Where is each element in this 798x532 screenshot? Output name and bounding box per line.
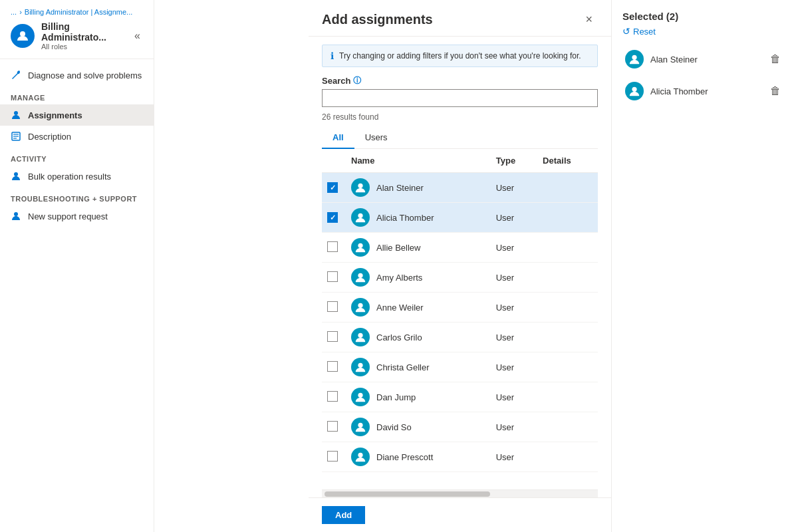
add-assignments-dialog: Add assignments × ℹ Try changing or addi…	[309, 0, 798, 532]
info-banner: ℹ Try changing or adding filters if you …	[322, 45, 598, 67]
row-checkbox[interactable]	[327, 241, 338, 252]
table-row[interactable]: Allie Bellew User	[322, 233, 598, 263]
table-row[interactable]: Alicia Thomber User	[322, 203, 598, 233]
breadcrumb[interactable]: ... › Billing Administrator | Assignme..…	[11, 8, 143, 16]
user-name: Dan Jump	[376, 392, 416, 402]
row-name-cell: Alan Steiner	[346, 173, 491, 203]
delete-selected-button[interactable]: 🗑	[766, 52, 785, 66]
table-wrapper[interactable]: Name Type Details Alan Steiner User	[322, 149, 598, 489]
search-input[interactable]	[322, 89, 598, 107]
row-checkbox-cell[interactable]	[322, 263, 346, 293]
row-type-cell: User	[491, 323, 537, 352]
breadcrumb-link[interactable]: Billing Administrator | Assignme...	[25, 8, 132, 16]
user-name: Diane Prescott	[376, 452, 433, 462]
row-checkbox[interactable]	[327, 361, 338, 372]
row-type-cell: User	[491, 352, 537, 382]
user-avatar	[351, 388, 370, 406]
delete-selected-button[interactable]: 🗑	[766, 84, 785, 98]
row-checkbox-cell[interactable]	[322, 323, 346, 352]
row-type-cell: User	[491, 263, 537, 293]
scrollbar-thumb[interactable]	[325, 491, 490, 497]
sidebar-nav: Diagnose and solve problems Manage Assig…	[0, 59, 154, 532]
col-name: Name	[346, 149, 491, 173]
activity-section-label: Activity	[0, 147, 154, 166]
row-checkbox-cell[interactable]	[322, 412, 346, 442]
row-details-cell	[537, 203, 598, 233]
sidebar-item-description[interactable]: Description	[0, 126, 154, 147]
dialog-left-panel: Add assignments × ℹ Try changing or addi…	[309, 0, 612, 532]
reset-button[interactable]: ↺ Reset	[622, 25, 787, 38]
add-button[interactable]: Add	[322, 506, 365, 524]
sidebar-header: ... › Billing Administrator | Assignme..…	[0, 0, 154, 59]
description-icon	[11, 131, 21, 142]
svg-point-15	[358, 393, 362, 398]
collapse-button[interactable]: «	[132, 29, 143, 43]
row-type-cell: User	[491, 412, 537, 442]
row-name-cell: Anne Weiler	[346, 293, 491, 323]
user-name: Allie Bellew	[376, 243, 420, 253]
row-type-cell: User	[491, 442, 537, 472]
row-checkbox-cell[interactable]	[322, 442, 346, 472]
row-name-cell: Carlos Grilo	[346, 323, 491, 352]
user-avatar	[351, 268, 370, 287]
selected-header: Selected (2)	[622, 11, 787, 22]
table-row[interactable]: Alan Steiner User	[322, 173, 598, 203]
close-button[interactable]: ×	[580, 11, 598, 28]
search-section: Search ⓘ 🔍	[322, 75, 598, 107]
sidebar-subtitle: All roles	[41, 43, 125, 51]
row-checkbox[interactable]	[327, 271, 338, 282]
user-name: Anne Weiler	[376, 303, 424, 313]
svg-point-8	[358, 184, 362, 188]
row-checkbox-cell[interactable]	[322, 293, 346, 323]
row-details-cell	[537, 263, 598, 293]
tab-users[interactable]: Users	[354, 127, 398, 149]
svg-point-12	[358, 303, 362, 308]
sidebar: ... › Billing Administrator | Assignme..…	[0, 0, 154, 532]
sidebar-item-assignments[interactable]: Assignments	[0, 104, 154, 126]
sidebar-item-support[interactable]: New support request	[0, 205, 154, 227]
row-checkbox[interactable]	[327, 182, 338, 193]
breadcrumb-ellipsis[interactable]: ...	[11, 8, 17, 16]
user-avatar	[351, 418, 370, 436]
search-wrapper: 🔍	[322, 89, 598, 107]
row-details-cell	[537, 442, 598, 472]
selected-item-name: Alan Steiner	[650, 55, 759, 65]
row-name-cell: Christa Geller	[346, 352, 491, 382]
table-row[interactable]: Dan Jump User	[322, 382, 598, 412]
row-checkbox[interactable]	[327, 451, 338, 462]
row-checkbox[interactable]	[327, 301, 338, 312]
row-checkbox-cell[interactable]	[322, 352, 346, 382]
row-type-cell: User	[491, 173, 537, 203]
row-type-cell: User	[491, 293, 537, 323]
horizontal-scrollbar[interactable]	[322, 489, 598, 497]
sidebar-item-diagnose[interactable]: Diagnose and solve problems	[0, 65, 154, 86]
support-icon	[11, 211, 21, 221]
table-row[interactable]: David So User	[322, 412, 598, 442]
search-label: Search ⓘ	[322, 75, 598, 86]
svg-point-7	[14, 212, 18, 216]
table-row[interactable]: Diane Prescott User	[322, 442, 598, 472]
row-type-cell: User	[491, 233, 537, 263]
table-row[interactable]: Christa Geller User	[322, 352, 598, 382]
row-checkbox[interactable]	[327, 331, 338, 342]
col-details: Details	[537, 149, 598, 173]
row-details-cell	[537, 173, 598, 203]
table-row[interactable]: Carlos Grilo User	[322, 323, 598, 352]
row-checkbox[interactable]	[327, 391, 338, 402]
col-checkbox	[322, 149, 346, 173]
sidebar-item-bulk-operations[interactable]: Bulk operation results	[0, 166, 154, 187]
row-checkbox-cell[interactable]	[322, 203, 346, 233]
tab-all[interactable]: All	[322, 127, 354, 149]
dialog-body: ℹ Try changing or adding filters if you …	[309, 37, 611, 497]
table-row[interactable]: Anne Weiler User	[322, 293, 598, 323]
table-row[interactable]: Amy Alberts User	[322, 263, 598, 293]
row-checkbox-cell[interactable]	[322, 173, 346, 203]
row-checkbox-cell[interactable]	[322, 233, 346, 263]
svg-point-18	[632, 55, 636, 60]
row-checkbox[interactable]	[327, 212, 338, 223]
row-name-cell: Alicia Thomber	[346, 203, 491, 233]
troubleshooting-section-label: Troubleshooting + Support	[0, 187, 154, 205]
row-checkbox-cell[interactable]	[322, 382, 346, 412]
row-checkbox[interactable]	[327, 421, 338, 432]
sidebar-title-row: Billing Administrato... All roles «	[11, 21, 143, 51]
